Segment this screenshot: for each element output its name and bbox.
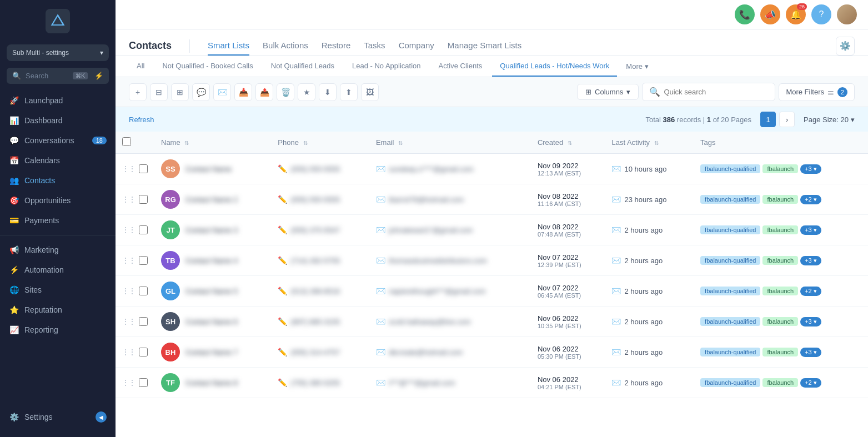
- tag-fbalaunch-qualified[interactable]: fbalaunch-qualified: [700, 164, 760, 173]
- col-header-name[interactable]: Name ⇅: [154, 132, 271, 154]
- tag-fbalaunch[interactable]: fbalaunch: [762, 348, 798, 356]
- star-button[interactable]: ★: [298, 83, 315, 101]
- sidebar-item-contacts[interactable]: 👥 Contacts: [0, 170, 116, 190]
- phone-button[interactable]: 📞: [735, 4, 755, 24]
- filter-button[interactable]: ⊟: [150, 83, 168, 101]
- sidebar-item-calendars[interactable]: 📅 Calendars: [0, 150, 116, 170]
- sidebar-item-conversations[interactable]: 💬 Conversations 18: [0, 130, 116, 150]
- row-checkbox[interactable]: [139, 256, 148, 265]
- sidebar-item-opportunities[interactable]: 🎯 Opportunities: [0, 190, 116, 210]
- extra-tags-button[interactable]: +2 ▾: [800, 378, 821, 388]
- sidebar-item-settings[interactable]: ⚙️ Settings ◀: [0, 406, 116, 428]
- email-button[interactable]: ✉️: [213, 83, 231, 101]
- col-header-created[interactable]: Created ⇅: [531, 132, 605, 154]
- delete-button[interactable]: 🗑️: [277, 83, 294, 101]
- drag-handle[interactable]: ⋮⋮: [122, 287, 136, 295]
- tag-fbalaunch-qualified[interactable]: fbalaunch-qualified: [700, 287, 760, 295]
- contact-name[interactable]: Contact Name 6: [185, 318, 238, 326]
- drag-handle[interactable]: ⋮⋮: [122, 195, 136, 203]
- import-button[interactable]: 📥: [234, 83, 252, 101]
- col-header-email[interactable]: Email ⇅: [369, 132, 531, 154]
- tag-fbalaunch[interactable]: fbalaunch: [762, 256, 798, 265]
- col-header-phone[interactable]: Phone ⇅: [271, 132, 369, 154]
- drag-handle[interactable]: ⋮⋮: [122, 379, 136, 386]
- tag-fbalaunch-qualified[interactable]: fbalaunch-qualified: [700, 225, 760, 234]
- page-size-selector[interactable]: Page Size: 20 ▾: [804, 115, 855, 124]
- add-button[interactable]: +: [129, 83, 147, 101]
- tag-fbalaunch-qualified[interactable]: fbalaunch-qualified: [700, 348, 760, 356]
- drag-handle[interactable]: ⋮⋮: [122, 257, 136, 264]
- settings-button[interactable]: ⚙️: [836, 37, 855, 56]
- sidebar-item-reputation[interactable]: ⭐ Reputation: [0, 300, 116, 320]
- collapse-button[interactable]: ◀: [96, 411, 107, 423]
- smartlist-tab-more[interactable]: More ▾: [619, 57, 655, 76]
- view-button[interactable]: ⊞: [171, 83, 189, 101]
- bell-button[interactable]: 🔔 26: [786, 4, 806, 24]
- smartlist-tab-not-qualified-leads[interactable]: Not Qualified Leads: [263, 56, 342, 77]
- sidebar-item-automation[interactable]: ⚡ Automation: [0, 260, 116, 280]
- contact-name[interactable]: Contact Name 8: [185, 379, 238, 387]
- extra-tags-button[interactable]: +3 ▾: [800, 256, 821, 265]
- smartlist-tab-lead-no-app[interactable]: Lead - No Application: [344, 56, 429, 77]
- contact-name[interactable]: Contact Name 3: [185, 226, 238, 234]
- extra-tags-button[interactable]: +2 ▾: [800, 287, 821, 296]
- user-avatar[interactable]: [837, 4, 857, 24]
- tab-company[interactable]: Company: [399, 36, 434, 56]
- tag-fbalaunch-qualified[interactable]: fbalaunch-qualified: [700, 378, 760, 387]
- upload-button[interactable]: ⬆: [340, 83, 358, 101]
- smartlist-tab-active-clients[interactable]: Active Clients: [431, 56, 490, 77]
- columns-button[interactable]: ⊞ Columns ▾: [577, 84, 639, 100]
- row-checkbox[interactable]: [139, 317, 148, 326]
- drag-handle[interactable]: ⋮⋮: [122, 348, 136, 356]
- extra-tags-button[interactable]: +2 ▾: [800, 195, 821, 204]
- image-button[interactable]: 🖼: [361, 83, 379, 101]
- extra-tags-button[interactable]: +3 ▾: [800, 164, 821, 174]
- extra-tags-button[interactable]: +3 ▾: [800, 348, 821, 357]
- tab-smart-lists[interactable]: Smart Lists: [208, 36, 249, 56]
- sidebar-item-reporting[interactable]: 📈 Reporting: [0, 320, 116, 340]
- search-box[interactable]: 🔍: [642, 83, 775, 101]
- next-page-button[interactable]: ›: [779, 112, 795, 127]
- message-button[interactable]: 💬: [192, 83, 210, 101]
- tab-bulk-actions[interactable]: Bulk Actions: [263, 36, 308, 56]
- smartlist-tab-all[interactable]: All: [129, 56, 152, 77]
- tag-fbalaunch[interactable]: fbalaunch: [762, 225, 798, 234]
- smartlist-tab-qualified-leads[interactable]: Qualified Leads - Hot/Needs Work: [492, 56, 617, 77]
- col-header-last-activity[interactable]: Last Activity ⇅: [605, 132, 694, 154]
- drag-handle[interactable]: ⋮⋮: [122, 226, 136, 234]
- more-filters-button[interactable]: More Filters ⚌ 2: [779, 83, 855, 101]
- smartlist-tab-not-qualified-booked[interactable]: Not Qualified - Booked Calls: [154, 56, 260, 77]
- row-checkbox[interactable]: [139, 378, 148, 387]
- drag-handle[interactable]: ⋮⋮: [122, 165, 136, 173]
- search-button[interactable]: 🔍 Search ⌘K ⚡: [7, 68, 109, 84]
- contact-name[interactable]: Contact Name 7: [185, 348, 238, 356]
- tag-fbalaunch[interactable]: fbalaunch: [762, 164, 798, 173]
- row-checkbox[interactable]: [139, 164, 148, 173]
- contact-name[interactable]: Contact Name: [185, 165, 232, 173]
- contact-name[interactable]: Contact Name 4: [185, 257, 238, 265]
- extra-tags-button[interactable]: +3 ▾: [800, 317, 821, 327]
- sidebar-item-payments[interactable]: 💳 Payments: [0, 210, 116, 230]
- sidebar-item-dashboard[interactable]: 📊 Dashboard: [0, 110, 116, 130]
- sidebar-item-launchpad[interactable]: 🚀 Launchpad: [0, 91, 116, 110]
- row-checkbox[interactable]: [139, 287, 148, 295]
- tab-tasks[interactable]: Tasks: [364, 36, 385, 56]
- tag-fbalaunch[interactable]: fbalaunch: [762, 317, 798, 326]
- download-button[interactable]: ⬇: [319, 83, 337, 101]
- refresh-button[interactable]: Refresh: [129, 115, 154, 124]
- drag-handle[interactable]: ⋮⋮: [122, 318, 136, 325]
- contact-name[interactable]: Contact Name 2: [185, 195, 238, 204]
- extra-tags-button[interactable]: +3 ▾: [800, 225, 821, 235]
- tag-fbalaunch[interactable]: fbalaunch: [762, 378, 798, 387]
- tag-fbalaunch-qualified[interactable]: fbalaunch-qualified: [700, 256, 760, 265]
- select-all-checkbox[interactable]: [122, 137, 131, 146]
- row-checkbox[interactable]: [139, 348, 148, 356]
- contact-name[interactable]: Contact Name 5: [185, 287, 238, 295]
- megaphone-button[interactable]: 📣: [760, 4, 780, 24]
- account-switcher[interactable]: Sub Multi - settings ▾: [7, 44, 109, 61]
- tag-fbalaunch[interactable]: fbalaunch: [762, 287, 798, 295]
- sidebar-item-sites[interactable]: 🌐 Sites: [0, 280, 116, 300]
- export-button[interactable]: 📤: [255, 83, 273, 101]
- row-checkbox[interactable]: [139, 195, 148, 204]
- tag-fbalaunch[interactable]: fbalaunch: [762, 195, 798, 204]
